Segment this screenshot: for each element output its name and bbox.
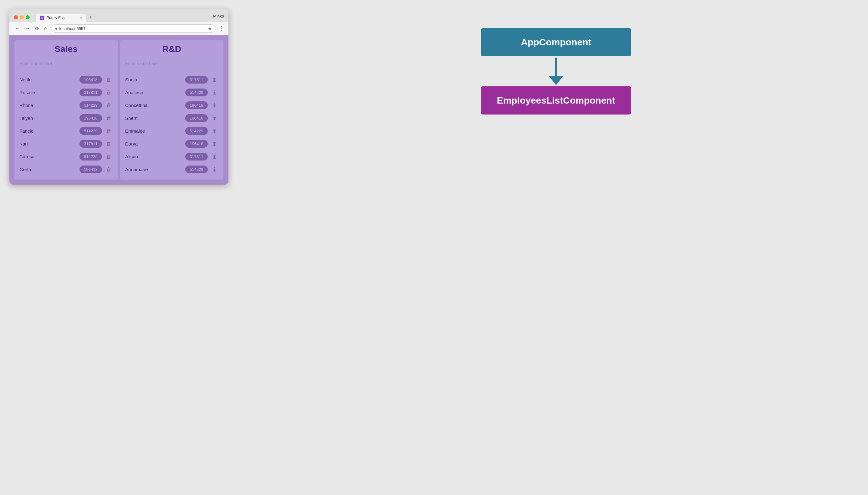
- delete-button[interactable]: 🗑: [211, 166, 218, 173]
- table-row: Kari317811🗑: [19, 137, 113, 150]
- employee-name: Darya: [125, 141, 182, 147]
- star-icon[interactable]: ★: [208, 26, 212, 31]
- lens-icon[interactable]: ⸻: [202, 26, 206, 31]
- table-row: Fancie514229🗑: [19, 124, 113, 137]
- employee-badge: 196418: [80, 166, 102, 173]
- sales-input[interactable]: [19, 59, 113, 68]
- employee-name: Emmalee: [125, 128, 182, 134]
- delete-button[interactable]: 🗑: [211, 153, 218, 160]
- sales-employee-list: Nettle196418🗑Rosalie317811🗑Rhona514229🗑T…: [19, 73, 113, 176]
- rd-employee-list: Sonja317811🗑Analiese514229🗑Concettina196…: [125, 73, 218, 176]
- component-diagram: AppComponent EmployeesListComponent: [253, 10, 858, 133]
- employee-name: Rhona: [19, 103, 76, 108]
- delete-button[interactable]: 🗑: [105, 76, 113, 83]
- active-tab[interactable]: A Purely Fast ×: [36, 14, 86, 22]
- employee-badge: 514229: [185, 166, 208, 173]
- lock-icon: ●: [55, 26, 57, 31]
- browser-titlebar: A Purely Fast × + Minko: [10, 10, 228, 22]
- delete-button[interactable]: 🗑: [211, 89, 218, 96]
- rd-title: R&D: [125, 44, 218, 54]
- employee-badge: 196418: [80, 76, 102, 84]
- reload-button[interactable]: ⟳: [34, 25, 40, 32]
- employee-badge: 196418: [185, 101, 208, 109]
- employee-badge: 514229: [80, 153, 102, 160]
- back-button[interactable]: ←: [14, 25, 21, 32]
- address-bar[interactable]: ● localhost:5557 ⸻ ★: [51, 24, 216, 33]
- employee-name: Analiese: [125, 90, 182, 95]
- minimize-button[interactable]: [20, 15, 24, 19]
- table-row: Rhona514229🗑: [19, 99, 113, 112]
- table-row: Gerta196418🗑: [19, 163, 113, 176]
- tab-favicon: A: [40, 16, 44, 20]
- delete-button[interactable]: 🗑: [211, 102, 218, 109]
- table-row: Rosalie317811🗑: [19, 86, 113, 99]
- employee-badge: 317811: [80, 140, 102, 148]
- table-row: Caresa514229🗑: [19, 150, 113, 163]
- employees-component-label: EmployeesListComponent: [497, 95, 615, 105]
- forward-button[interactable]: →: [24, 25, 31, 32]
- table-row: Talyah196418🗑: [19, 112, 113, 124]
- rd-input[interactable]: [125, 59, 218, 68]
- employee-badge: 514229: [185, 88, 208, 96]
- delete-button[interactable]: 🗑: [105, 115, 113, 122]
- employee-name: Sonja: [125, 77, 182, 82]
- delete-button[interactable]: 🗑: [105, 153, 113, 160]
- home-button[interactable]: ⌂: [43, 25, 49, 32]
- employee-name: Fancie: [19, 128, 76, 134]
- employee-name: Nettle: [19, 77, 76, 82]
- delete-button[interactable]: 🗑: [105, 140, 113, 147]
- maximize-button[interactable]: [25, 15, 30, 19]
- app-component-label: AppComponent: [521, 37, 591, 47]
- component-arrow: [549, 57, 563, 85]
- employee-name: Concettina: [125, 103, 182, 108]
- table-row: Alisun317811🗑: [125, 150, 218, 163]
- delete-button[interactable]: 🗑: [211, 128, 218, 135]
- tab-close-icon[interactable]: ×: [81, 16, 82, 20]
- employees-list-component-box: EmployeesListComponent: [481, 86, 631, 115]
- table-row: Analiese514229🗑: [125, 86, 218, 99]
- employee-name: Kari: [19, 141, 76, 147]
- close-button[interactable]: [14, 15, 18, 19]
- delete-button[interactable]: 🗑: [211, 76, 218, 83]
- table-row: Sherri196418🗑: [125, 112, 218, 124]
- employee-badge: 196418: [80, 114, 102, 122]
- table-row: Concettina196418🗑: [125, 99, 218, 112]
- browser-window: A Purely Fast × + Minko ← → ⟳ ⌂ ● localh…: [10, 10, 228, 185]
- address-actions: ⸻ ★: [202, 26, 212, 31]
- tab-bar: A Purely Fast × +: [36, 13, 210, 22]
- delete-button[interactable]: 🗑: [211, 115, 218, 122]
- employee-badge: 196418: [185, 114, 208, 122]
- tab-title: Purely Fast: [47, 16, 66, 20]
- browser-content: Sales Nettle196418🗑Rosalie317811🗑Rhona51…: [10, 35, 228, 185]
- arrow-head: [549, 76, 563, 85]
- delete-button[interactable]: 🗑: [105, 102, 113, 109]
- delete-button[interactable]: 🗑: [105, 89, 113, 96]
- app-component-box: AppComponent: [481, 28, 631, 56]
- employee-badge: 514229: [185, 127, 208, 135]
- new-tab-button[interactable]: +: [86, 13, 95, 22]
- traffic-lights: [14, 15, 30, 19]
- browser-toolbar: ← → ⟳ ⌂ ● localhost:5557 ⸻ ★ ⋮: [10, 22, 228, 35]
- table-row: Annamarie514229🗑: [125, 163, 218, 176]
- employee-name: Gerta: [19, 167, 76, 172]
- table-row: Sonja317811🗑: [125, 73, 218, 86]
- table-row: Emmalee514229🗑: [125, 124, 218, 137]
- url-text: localhost:5557: [59, 26, 200, 31]
- employee-name: Alisun: [125, 154, 182, 159]
- table-row: Nettle196418🗑: [19, 73, 113, 86]
- arrow-shaft: [555, 57, 557, 76]
- employee-name: Caresa: [19, 154, 76, 159]
- employee-badge: 317811: [185, 153, 208, 160]
- employee-name: Talyah: [19, 116, 76, 121]
- menu-icon[interactable]: ⋮: [218, 25, 224, 32]
- employee-name: Sherri: [125, 116, 182, 121]
- employee-badge: 514229: [80, 127, 102, 135]
- delete-button[interactable]: 🗑: [105, 128, 113, 135]
- employee-badge: 317811: [185, 76, 208, 84]
- user-label: Minko: [213, 14, 224, 21]
- delete-button[interactable]: 🗑: [211, 140, 218, 147]
- delete-button[interactable]: 🗑: [105, 166, 113, 173]
- sales-title: Sales: [19, 44, 113, 54]
- employee-name: Rosalie: [19, 90, 76, 95]
- table-row: Darya196418🗑: [125, 137, 218, 150]
